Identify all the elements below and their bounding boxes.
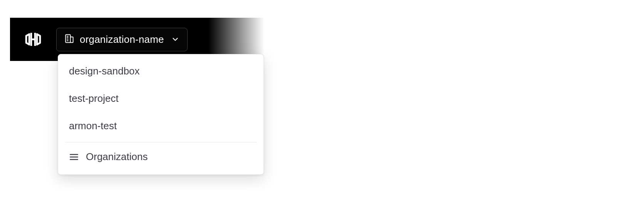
- organization-icon: [64, 34, 74, 45]
- dropdown-item-label: armon-test: [69, 120, 117, 132]
- dropdown-item[interactable]: armon-test: [58, 112, 263, 140]
- chevron-down-icon: [171, 35, 179, 44]
- menu-icon: [69, 152, 79, 162]
- organization-dropdown: design-sandbox test-project armon-test O…: [58, 54, 264, 175]
- hashicorp-logo-icon: [24, 30, 42, 49]
- organizations-link-label: Organizations: [86, 151, 148, 163]
- organizations-link[interactable]: Organizations: [58, 142, 263, 171]
- dropdown-item[interactable]: design-sandbox: [58, 57, 263, 85]
- dropdown-item-label: test-project: [69, 93, 119, 104]
- dropdown-item[interactable]: test-project: [58, 85, 263, 112]
- organization-name-label: organization-name: [80, 34, 164, 46]
- svg-rect-0: [65, 35, 70, 43]
- organization-switcher-button[interactable]: organization-name: [56, 28, 188, 51]
- dropdown-item-label: design-sandbox: [69, 65, 140, 77]
